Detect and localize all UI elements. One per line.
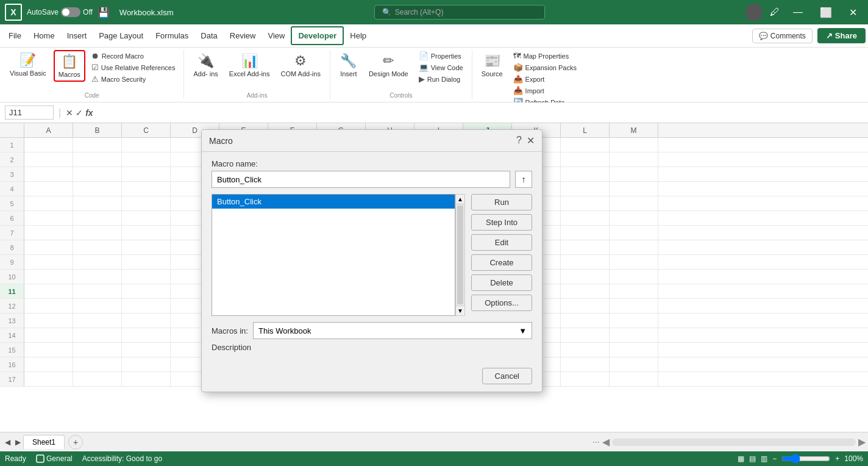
cell-a1[interactable] — [24, 138, 73, 152]
general-icon — [36, 454, 44, 463]
view-page-break-icon[interactable]: ▥ — [761, 454, 767, 463]
menu-insert[interactable]: Insert — [61, 27, 93, 44]
cell-l2[interactable] — [561, 152, 610, 167]
close-button[interactable]: ✕ — [843, 4, 863, 21]
horizontal-scrollbar[interactable] — [612, 439, 856, 446]
function-icon[interactable]: fx — [85, 108, 93, 118]
sheet-nav-right[interactable]: ▶ — [13, 436, 23, 449]
zoom-minus-icon[interactable]: − — [772, 454, 777, 463]
cell-l4[interactable] — [561, 182, 610, 196]
sheet-options-icon[interactable]: ⋯ — [592, 438, 600, 446]
properties-button[interactable]: 📄 Properties — [415, 50, 467, 62]
visual-basic-button[interactable]: 📝 Visual Basic — [5, 50, 51, 79]
macro-name-input[interactable] — [212, 171, 510, 188]
sheet-tab-sheet1[interactable]: Sheet1 — [23, 435, 65, 449]
step-into-button[interactable]: Step Into — [471, 214, 532, 231]
maximize-button[interactable]: ⬜ — [814, 4, 838, 21]
design-mode-button[interactable]: ✏ Design Mode — [365, 50, 413, 81]
cancel-button[interactable]: Cancel — [482, 368, 532, 384]
formula-input[interactable] — [96, 108, 863, 117]
use-relative-button[interactable]: ☑ Use Relative References — [88, 62, 179, 73]
view-code-button[interactable]: 💻 View Code — [415, 62, 467, 73]
zoom-plus-icon[interactable]: + — [835, 454, 839, 463]
cell-m4[interactable] — [610, 182, 658, 196]
add-sheet-button[interactable]: + — [68, 435, 83, 450]
view-normal-icon[interactable]: ▦ — [738, 454, 744, 463]
options-button[interactable]: Options... — [471, 295, 532, 311]
export-icon: 📤 — [513, 74, 523, 84]
edit-button[interactable]: Edit — [471, 234, 532, 251]
menu-data[interactable]: Data — [194, 27, 223, 44]
cell-reference[interactable]: J11 — [5, 106, 54, 120]
cell-b4[interactable] — [73, 182, 122, 196]
cell-m1[interactable] — [610, 138, 658, 152]
menu-file[interactable]: File — [2, 27, 27, 44]
delete-button[interactable]: Delete — [471, 274, 532, 291]
menu-view[interactable]: View — [261, 27, 291, 44]
share-button[interactable]: ↗ Share — [817, 28, 866, 43]
avatar[interactable] — [745, 4, 763, 21]
create-button[interactable]: Create — [471, 254, 532, 271]
scroll-right-icon[interactable]: ▶ — [858, 436, 866, 448]
cell-c3[interactable] — [122, 167, 171, 181]
formula-bar: J11 | ✕ ✓ fx — [0, 102, 868, 123]
view-layout-icon[interactable]: ▤ — [749, 454, 756, 463]
macro-scrollbar[interactable]: ▲ ▼ — [455, 194, 465, 316]
search-bar[interactable]: 🔍 Search (Alt+Q) — [374, 5, 545, 20]
macro-security-button[interactable]: ⚠ Macro Security — [88, 73, 179, 85]
menu-developer[interactable]: Developer — [291, 26, 344, 45]
export-button[interactable]: 📤 Export — [510, 73, 580, 85]
insert-button[interactable]: 🔧 Insert — [335, 50, 362, 81]
formula-cancel-icon[interactable]: ✕ — [66, 108, 73, 118]
menu-review[interactable]: Review — [224, 27, 262, 44]
cell-m2[interactable] — [610, 152, 658, 167]
record-macro-button[interactable]: ⏺ Record Macro — [88, 50, 179, 62]
dialog-close-icon[interactable]: ✕ — [527, 135, 535, 146]
formula-confirm-icon[interactable]: ✓ — [76, 108, 83, 118]
menu-home[interactable]: Home — [27, 27, 61, 44]
scroll-left-icon[interactable]: ◀ — [602, 436, 610, 448]
excel-add-ins-button[interactable]: 📊 Excel Add-ins — [225, 50, 274, 81]
cell-b2[interactable] — [73, 152, 122, 167]
xml-group-content: 📰 Source 🗺 Map Properties 📦 Expansion Pa… — [477, 50, 580, 108]
pen-icon[interactable]: 🖊 — [767, 4, 782, 20]
source-button[interactable]: 📰 Source — [477, 50, 507, 81]
run-button[interactable]: Run — [471, 194, 532, 210]
map-properties-button[interactable]: 🗺 Map Properties — [510, 50, 580, 62]
scroll-up-btn[interactable]: ▲ — [456, 195, 464, 204]
menu-page-layout[interactable]: Page Layout — [93, 27, 149, 44]
scroll-down-btn[interactable]: ▼ — [456, 306, 464, 315]
cell-l3[interactable] — [561, 167, 610, 181]
cell-c4[interactable] — [122, 182, 171, 196]
add-ins-button[interactable]: 🔌 Add- ins — [189, 50, 222, 81]
macros-button[interactable]: 📋 Macros — [54, 50, 85, 82]
cell-c2[interactable] — [122, 152, 171, 167]
cell-l1[interactable] — [561, 138, 610, 152]
minimize-button[interactable]: — — [787, 4, 809, 20]
cell-m3[interactable] — [610, 167, 658, 181]
com-add-ins-button[interactable]: ⚙ COM Add-ins — [276, 50, 324, 81]
cell-b3[interactable] — [73, 167, 122, 181]
save-icon[interactable]: 💾 — [98, 7, 110, 18]
cell-b1[interactable] — [73, 138, 122, 152]
zoom-slider[interactable] — [781, 454, 830, 464]
macro-name-browse-btn[interactable]: ↑ — [515, 171, 532, 188]
scroll-thumb[interactable] — [457, 206, 463, 304]
cell-c1[interactable] — [122, 138, 171, 152]
macro-list-item[interactable]: Button_Click — [212, 195, 455, 209]
run-dialog-button[interactable]: ▶ Run Dialog — [415, 73, 467, 85]
autosave-toggle[interactable] — [61, 7, 80, 17]
comments-button[interactable]: 💬 Comments — [752, 29, 813, 43]
dialog-help-icon[interactable]: ? — [516, 135, 522, 146]
macro-list-container: Button_Click ▲ ▼ — [212, 194, 465, 316]
cell-a2[interactable] — [24, 152, 73, 167]
expansion-packs-button[interactable]: 📦 Expansion Packs — [510, 62, 580, 73]
menu-help[interactable]: Help — [344, 27, 372, 44]
cell-a4[interactable] — [24, 182, 73, 196]
menu-formulas[interactable]: Formulas — [149, 27, 194, 44]
macro-list[interactable]: Button_Click — [212, 194, 455, 316]
import-button[interactable]: 📥 Import — [510, 85, 580, 96]
sheet-nav-left[interactable]: ◀ — [2, 436, 13, 449]
cell-a3[interactable] — [24, 167, 73, 181]
macros-in-select[interactable]: This Workbook ▼ — [253, 322, 532, 339]
